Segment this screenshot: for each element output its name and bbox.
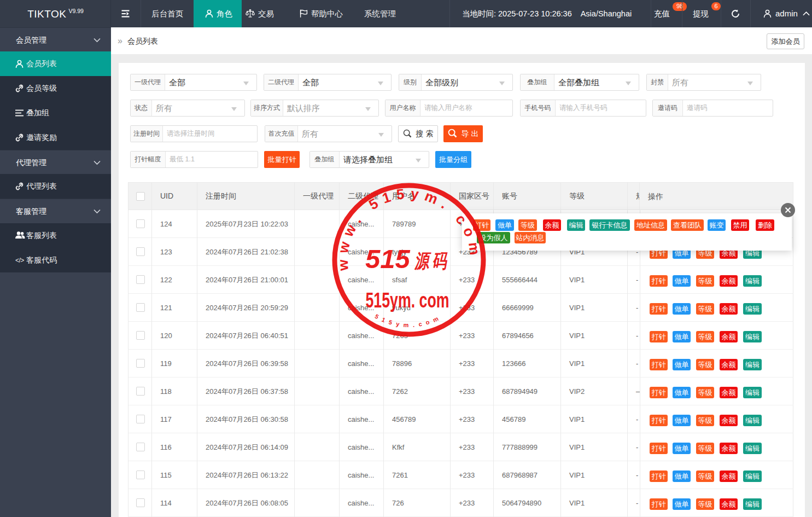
svg-text:源码: 源码 — [414, 250, 449, 272]
svg-text:515ym. com: 515ym. com — [366, 289, 449, 312]
svg-text:515: 515 — [365, 244, 411, 274]
svg-text:5 1 5 y m . c o m: 5 1 5 y m . c o m — [374, 313, 441, 328]
